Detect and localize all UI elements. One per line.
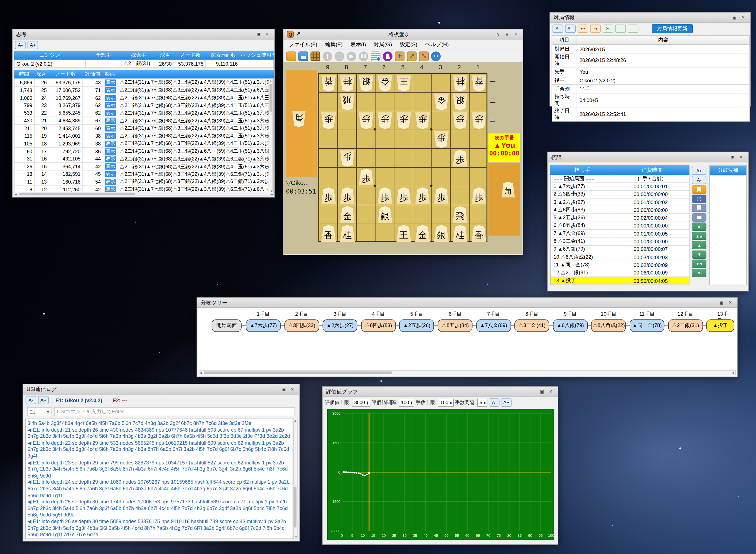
sente-piece-歩[interactable]: 歩 [434,187,449,205]
gote-piece-銀[interactable]: 銀 [452,94,468,110]
nav-forward-button[interactable]: ▼ [692,250,706,258]
kifu-row[interactable]: 12 △2二銀(31)00:06/00:00:09 [551,269,689,277]
scroll-right-icon[interactable]: ▶ [733,371,735,374]
show-board-button[interactable]: 表示 [105,148,116,155]
pv-vertical-scrollbar[interactable]: ▲ ▼ [268,78,273,193]
sente-piece-香[interactable]: 香 [471,225,487,242]
usi-command-input[interactable]: USIコマンドを入力してEnter [54,407,295,416]
sente-piece-歩[interactable]: 歩 [452,150,468,167]
gote-piece-桂[interactable]: 桂 [452,74,468,92]
show-board-button[interactable]: 表示 [105,156,116,162]
close-icon[interactable]: ✕ [738,154,745,161]
stop-engine-icon[interactable]: ❙ [322,51,332,61]
bookmark-add-icon[interactable] [692,185,706,193]
gote-piece-歩[interactable]: 歩 [471,112,487,129]
kifu-row[interactable]: 2 △3四歩(33)00:00/00:00:00 [551,190,689,198]
kifu-row[interactable]: 13 ▲投了03:56/00:04:05 [551,277,689,285]
sente-hand-stand[interactable]: 角 [489,163,520,235]
copy-button[interactable] [615,24,626,33]
kifu-row[interactable]: 6 △8五歩(84)00:00/00:00:00 [551,222,689,230]
gote-piece-歩[interactable]: 歩 [339,150,355,167]
branch-tree-titlebar[interactable]: 分岐ツリー ▣ ✕ [197,297,737,308]
thinking-titlebar[interactable]: 思考 ▣ ✕ [12,30,274,40]
tree-move-node[interactable]: ▲2五歩(26) [399,319,434,332]
kifu-row[interactable]: 10 △8八角成(22)00:03/00:00:03 [551,254,689,261]
tree-move-node[interactable]: △8四歩(83) [361,319,396,332]
tree-move-node[interactable]: △8五歩(84) [438,319,473,332]
nav-back-button[interactable]: ▲ [692,241,706,249]
menu-item[interactable]: ヘルプ(H) [422,40,452,48]
sente-piece-歩[interactable]: 歩 [415,187,431,205]
piece-tool-icon[interactable] [383,51,393,61]
restore-icon[interactable]: ▣ [729,154,736,161]
gote-piece-歩[interactable]: 歩 [358,112,374,129]
gote-piece-歩[interactable]: 歩 [434,131,449,148]
tree-move-node[interactable]: △3二金(41) [514,319,549,332]
gote-piece-歩[interactable]: 歩 [396,112,412,129]
close-icon[interactable]: ✕ [264,31,271,38]
close-icon[interactable]: ✕ [740,14,747,20]
play-icon[interactable]: ▶ [347,51,356,61]
gote-piece-歩[interactable]: 歩 [377,112,393,129]
sente-piece-香[interactable]: 香 [321,225,337,242]
font-smaller-button[interactable]: A- [26,396,36,404]
pv-horizontal-scrollbar[interactable]: ◀ ▶ [14,191,274,196]
gote-hand-stand[interactable]: 角 [286,70,317,177]
sente-piece-歩[interactable]: 歩 [377,187,393,205]
kifu-row[interactable]: 8 △3二金(41)00:00/00:00:00 [551,238,689,245]
font-smaller-button[interactable]: A- [553,24,563,33]
eval-graph-titlebar[interactable]: 評価値グラフ ▣ ✕ [322,387,558,397]
moves-interval-spinner[interactable]: 5▲▼ [477,398,488,406]
tree-move-node[interactable]: ▲7八金(69) [476,319,511,332]
board-grid[interactable]: 香桂銀金王桂香飛金銀歩歩歩歩歩歩歩歩歩歩歩歩歩歩歩歩歩歩金銀飛香桂王金銀桂香 [318,73,488,242]
show-board-button[interactable]: 表示 [105,118,116,124]
show-board-button[interactable]: 表示 [105,171,116,177]
cut-icon[interactable]: ✂ [603,24,613,33]
restore-icon[interactable]: ▣ [539,388,546,395]
gote-piece-桂[interactable]: 桂 [339,74,355,92]
font-larger-button[interactable]: A+ [38,396,49,404]
menu-item[interactable]: 表示(I) [347,40,369,48]
kifu-row[interactable]: 3 ▲2六歩(27)00:01/00:00:02 [551,198,689,206]
gote-piece-歩[interactable]: 歩 [415,112,431,129]
game-info-titlebar[interactable]: 対局情報 ▣ ✕ [550,12,750,22]
comment-icon[interactable] [692,213,706,221]
show-board-button[interactable]: 表示 [105,102,116,109]
restore-icon[interactable]: ▣ [731,14,738,20]
sente-hand-piece-角[interactable]: 角 [501,182,515,198]
sente-piece-銀[interactable]: 銀 [434,225,449,242]
sente-piece-歩[interactable]: 歩 [471,187,487,205]
tree-move-node[interactable]: △2二銀(31) [668,319,703,332]
nav-back10-button[interactable]: ▲▲ [692,232,706,240]
log-vertical-scrollbar[interactable]: ▲ ▼ [293,419,298,539]
scroll-right-icon[interactable]: ▶ [270,192,273,196]
tree-move-node[interactable]: ▲6八銀(79) [553,319,588,332]
menu-item[interactable]: 設定(S) [396,40,421,48]
tree-move-node[interactable]: ▲2六歩(27) [322,319,357,332]
gote-piece-飛[interactable]: 飛 [339,94,355,110]
font-smaller-button[interactable]: A- [15,41,26,49]
pause-icon[interactable]: ❚❚ [359,51,368,61]
board-expand-icon[interactable]: ⤢ [407,51,417,61]
kifu-row[interactable]: 9 ▲6八銀(79)00:02/00:00:07 [551,245,689,254]
board-move-icon[interactable]: ✛ [395,51,405,61]
gote-piece-金[interactable]: 金 [434,94,449,110]
tree-move-node[interactable]: △3四歩(33) [284,319,319,332]
moves-upper-spinner[interactable]: 100▲▼ [438,398,454,406]
scroll-down-icon[interactable]: ▼ [295,536,297,539]
eval-interval-spinner[interactable]: 100▲▼ [399,398,414,406]
gote-piece-銀[interactable]: 銀 [358,74,374,92]
show-board-button[interactable]: 表示 [105,95,116,101]
gote-piece-歩[interactable]: 歩 [321,112,337,129]
paste-button[interactable] [628,24,638,33]
board-shrink-icon[interactable]: ⤡ [419,51,429,61]
open-file-icon[interactable] [287,51,296,61]
gote-piece-香[interactable]: 香 [471,74,487,92]
unshade-icon[interactable]: ∧ [503,31,510,38]
scroll-left-icon[interactable]: ◀ [200,371,202,374]
game-record-icon[interactable] [371,51,381,61]
font-smaller-button[interactable]: A- [692,176,706,184]
gote-piece-香[interactable]: 香 [321,74,337,92]
sente-piece-歩[interactable]: 歩 [339,187,355,205]
pin-icon[interactable] [296,32,301,37]
